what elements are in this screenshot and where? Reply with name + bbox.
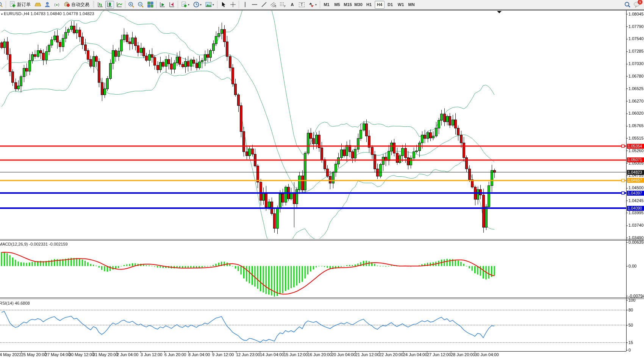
timeframe-button-mn[interactable]: MN bbox=[406, 1, 416, 9]
zoom-out-button[interactable] bbox=[136, 1, 145, 9]
gold-icon[interactable] bbox=[33, 1, 42, 9]
timeframe-button-h4[interactable]: H4 bbox=[375, 1, 385, 9]
timeframe-button-m15[interactable]: M15 bbox=[343, 1, 353, 9]
cursor-tool-button[interactable] bbox=[219, 1, 228, 9]
channel-letter: E bbox=[275, 5, 277, 8]
auto-trading-label: 自动交易 bbox=[71, 2, 89, 8]
label-tool-letter: T bbox=[299, 2, 304, 7]
dropdown-arrow-icon: ▾ bbox=[315, 3, 317, 6]
auto-trading-icon bbox=[64, 1, 70, 8]
timeframe-button-h1[interactable]: H1 bbox=[364, 1, 374, 9]
templates-button[interactable]: ▾ bbox=[204, 1, 216, 9]
zoom-in-button[interactable] bbox=[127, 1, 136, 9]
new-order-label: 新订单 bbox=[17, 2, 31, 8]
timeframe-button-m30[interactable]: M30 bbox=[353, 1, 363, 9]
mt4-window: 新订单 自动交易 bbox=[0, 0, 644, 358]
timeframe-group: M1M5M15M30H1H4D1W1MN bbox=[321, 1, 417, 9]
chat-icon[interactable]: 1 bbox=[632, 1, 641, 9]
text-tool-letter: A bbox=[291, 2, 294, 7]
timeframe-button-m1[interactable]: M1 bbox=[322, 1, 331, 9]
dropdown-arrow-icon: ▾ bbox=[188, 3, 189, 6]
tile-windows-button[interactable] bbox=[146, 1, 155, 9]
search-icon[interactable] bbox=[623, 1, 631, 9]
toolbar-separator bbox=[178, 1, 178, 8]
toolbar-separator bbox=[239, 1, 239, 8]
chart-window-icon[interactable] bbox=[0, 1, 4, 9]
new-chart-button[interactable]: ▾ bbox=[180, 1, 191, 9]
profile-icon[interactable] bbox=[43, 1, 52, 9]
timeframe-button-w1[interactable]: W1 bbox=[396, 1, 406, 9]
crosshair-tool-button[interactable] bbox=[228, 1, 237, 9]
new-order-icon bbox=[9, 1, 16, 8]
toolbar-separator bbox=[6, 1, 6, 8]
fibonacci-tool-button[interactable]: F bbox=[278, 1, 287, 9]
fibo-letter: F bbox=[284, 5, 286, 8]
trendline-tool-button[interactable] bbox=[259, 1, 268, 9]
candlestick-chart-button[interactable] bbox=[105, 1, 114, 9]
auto-scroll-button[interactable] bbox=[158, 1, 167, 9]
toolbar-separator bbox=[320, 1, 320, 8]
chart-canvas[interactable] bbox=[0, 0, 644, 358]
toolbar-grip[interactable] bbox=[93, 1, 94, 8]
periods-button[interactable]: ▾ bbox=[192, 1, 203, 9]
dropdown-arrow-icon: ▾ bbox=[213, 3, 214, 6]
signals-icon[interactable] bbox=[52, 1, 61, 9]
bar-chart-button[interactable] bbox=[96, 1, 105, 9]
new-order-button[interactable]: 新订单 bbox=[8, 1, 33, 9]
dropdown-arrow-icon: ▾ bbox=[200, 3, 202, 6]
toolbar-separator bbox=[125, 1, 125, 8]
text-label-tool-button[interactable]: T bbox=[297, 1, 306, 9]
vertical-line-tool-button[interactable] bbox=[241, 1, 249, 9]
text-tool-button[interactable]: A bbox=[288, 1, 297, 9]
auto-trading-button[interactable]: 自动交易 bbox=[62, 1, 91, 9]
line-chart-button[interactable] bbox=[115, 1, 123, 9]
chart-shift-button[interactable] bbox=[167, 1, 176, 9]
timeframe-button-d1[interactable]: D1 bbox=[385, 1, 395, 9]
toolbar-separator bbox=[217, 1, 217, 8]
chat-badge: 1 bbox=[638, 0, 642, 5]
equidistant-channel-tool-button[interactable]: E bbox=[269, 1, 278, 9]
timeframe-button-m5[interactable]: M5 bbox=[332, 1, 342, 9]
main-toolbar: 新订单 自动交易 bbox=[0, 0, 644, 9]
arrows-tool-button[interactable]: ▾ bbox=[307, 1, 318, 9]
horizontal-line-tool-button[interactable] bbox=[250, 1, 259, 9]
toolbar-separator bbox=[156, 1, 156, 8]
